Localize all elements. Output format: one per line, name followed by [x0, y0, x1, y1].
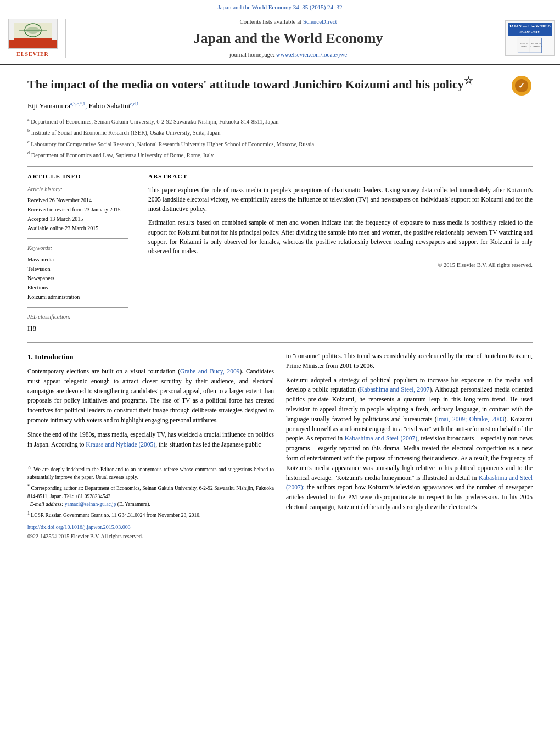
divider-1 [27, 166, 533, 167]
jel-value: H8 [27, 323, 128, 333]
keywords-list: Mass media Television Newspapers Electio… [27, 255, 128, 302]
keyword-3: Newspapers [27, 274, 128, 283]
svg-text:and the: and the [521, 46, 527, 48]
abstract-para-2: Estimation results based on combined sam… [148, 218, 533, 256]
date-revised: Received in revised form 23 January 2015 [27, 205, 128, 214]
author2-link[interactable]: Fabio Sabatini [89, 102, 130, 110]
keywords-section: Keywords: Mass media Television Newspape… [27, 244, 128, 302]
article-title-section: The impact of the media on voters' attit… [27, 75, 533, 97]
affil-d: d Department of Economics and Law, Sapie… [27, 150, 533, 160]
journal-title-center: Contents lists available at ScienceDirec… [71, 18, 505, 59]
contents-line: Contents lists available at ScienceDirec… [71, 18, 505, 26]
svg-text:ECONOMY: ECONOMY [530, 45, 543, 48]
article-history-label: Article history: [27, 186, 128, 194]
affiliations: a Department of Economics, Seinan Gakuin… [27, 116, 533, 160]
homepage-link[interactable]: www.elsevier.com/locate/jwe [276, 51, 347, 58]
date-received: Received 26 November 2014 [27, 196, 128, 205]
elsevier-text: ELSEVIER [16, 51, 49, 58]
abstract-heading: ABSTRACT [148, 172, 533, 181]
kabashima-steel-link2[interactable]: Kabashima and Steel (2007) [345, 435, 417, 442]
date-accepted: Accepted 13 March 2015 [27, 214, 128, 224]
sciencedirect-link[interactable]: ScienceDirect [303, 18, 337, 25]
keyword-4: Elections [27, 283, 128, 292]
jel-label: JEL classification: [27, 313, 128, 321]
jel-section: JEL classification: H8 [27, 313, 128, 333]
crossmark-logo: ✓ [511, 75, 533, 97]
keywords-label: Keywords: [27, 244, 128, 253]
svg-text:JAPAN: JAPAN [520, 42, 528, 45]
email-link[interactable]: yamaci@seinan-gu.ac.jp [65, 501, 116, 507]
journal-logo-right: JAPAN and the WORLD ECONOMY JAPAN and th… [505, 20, 555, 56]
abstract-text: This paper explores the role of mass med… [148, 186, 533, 256]
intro-para-1: Contemporary elections are built on a vi… [27, 367, 274, 426]
affil-b: b Institute of Social and Economic Resea… [27, 127, 533, 137]
affil-c: c Laboratory for Comparative Social Rese… [27, 139, 533, 149]
keyword-2: Television [27, 264, 128, 274]
body-left-col: 1. Introduction Contemporary elections a… [27, 352, 274, 540]
divider-jel [27, 307, 128, 308]
body-divider [27, 342, 533, 343]
footnotes-area: ☆ We are deeply indebted to the Editor a… [27, 461, 274, 540]
info-abstract-section: ARTICLE INFO Article history: Received 2… [27, 172, 533, 333]
kabashima-steel-link1[interactable]: Kabashima and Steel, 2007 [360, 386, 429, 393]
right-para-1: to "consume" politics. This trend was co… [286, 352, 533, 371]
authors-line: Eiji Yamamuraa,b,c,*,1, Fabio Sabatinic,… [27, 101, 533, 111]
journal-banner: ELSEVIER Contents lists available at Sci… [0, 13, 560, 64]
footnote-1: 1 LCSR Russian Government Grant no. 11.G… [27, 510, 274, 519]
abstract-copyright: © 2015 Elsevier B.V. All rights reserved… [148, 261, 533, 270]
author1-sup: a,b,c,*,1 [70, 102, 85, 107]
krauss-nyblade-link[interactable]: Krauss and Nyblade (2005) [86, 441, 155, 448]
footnote-star: ☆ We are deeply indebted to the Editor a… [27, 465, 274, 482]
section-1-title: 1. Introduction [27, 352, 274, 362]
article-dates: Received 26 November 2014 Received in re… [27, 196, 128, 233]
elsevier-logo: ELSEVIER [5, 19, 66, 58]
imai-ohtake-link[interactable]: Imai, 2009; Ohtake, 2003 [437, 416, 505, 422]
issn-line: 0922-1425/© 2015 Elsevier B.V. All right… [27, 532, 274, 540]
date-online: Available online 23 March 2015 [27, 224, 128, 233]
body-section: 1. Introduction Contemporary elections a… [27, 352, 533, 540]
article-info-heading: ARTICLE INFO [27, 172, 128, 181]
author1-link[interactable]: Eiji Yamamura [27, 102, 70, 110]
body-right-col: to "consume" politics. This trend was co… [286, 352, 533, 540]
affil-a: a Department of Economics, Seinan Gakuin… [27, 116, 533, 126]
title-footnote-marker: ☆ [464, 75, 473, 86]
journal-homepage: journal homepage: www.elsevier.com/locat… [71, 51, 505, 59]
intro-para-2: Since the end of the 1980s, mass media, … [27, 430, 274, 450]
keyword-5: Koizumi administration [27, 292, 128, 302]
svg-text:✓: ✓ [518, 82, 525, 90]
grabe-bucy-link[interactable]: Grabe and Bucy, 2009 [180, 368, 239, 375]
elsevier-image [8, 19, 58, 49]
divider-info [27, 238, 128, 239]
svg-text:WORLD: WORLD [531, 42, 541, 45]
footnote-asterisk: * Corresponding author at: Department of… [27, 483, 274, 508]
right-para-2: Koizumi adopted a strategy of political … [286, 376, 533, 512]
keyword-1: Mass media [27, 255, 128, 264]
abstract-col: ABSTRACT This paper explores the role of… [148, 172, 533, 333]
journal-citation: Japan and the World Economy 34–35 (2015)… [0, 0, 560, 13]
svg-rect-3 [14, 38, 52, 44]
journal-main-title: Japan and the World Economy [71, 29, 505, 48]
kabashima-steel-link3[interactable]: Kabashima and Steel (2007) [286, 475, 533, 491]
doi-link[interactable]: http://dx.doi.org/10.1016/j.japwor.2015.… [27, 523, 274, 531]
author2-sup: c,d,1 [130, 102, 139, 107]
article-info-col: ARTICLE INFO Article history: Received 2… [27, 172, 137, 333]
article-title: The impact of the media on voters' attit… [27, 75, 502, 93]
main-content: The impact of the media on voters' attit… [0, 65, 560, 546]
abstract-para-1: This paper explores the role of mass med… [148, 186, 533, 214]
